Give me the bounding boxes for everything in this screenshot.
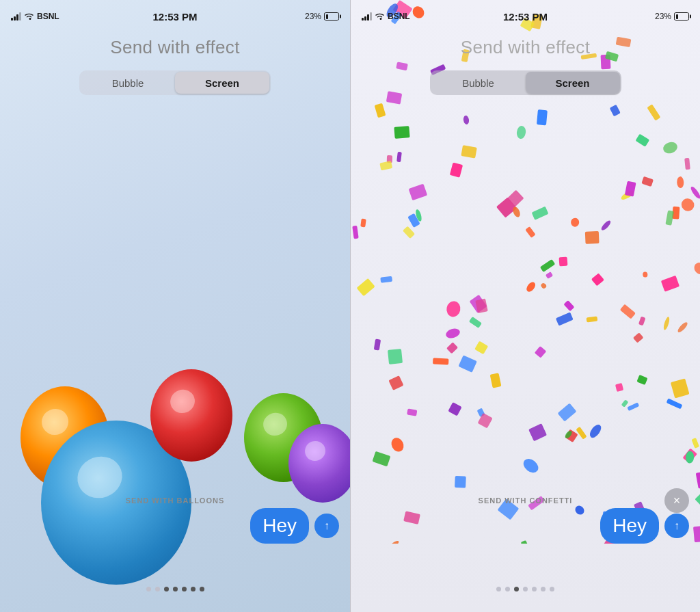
confetti-piece [463, 115, 470, 124]
dot-4 [182, 587, 187, 591]
confetti-piece [690, 185, 700, 200]
balloon-red [150, 369, 232, 462]
dot-2 [164, 587, 169, 591]
status-left-right: BSNL [362, 12, 410, 21]
confetti-piece [386, 91, 403, 105]
message-row-right: Hey ↑ [600, 508, 689, 544]
confetti-piece [461, 145, 477, 158]
send-button-left[interactable]: ↑ [314, 514, 339, 538]
bubble-tab-left[interactable]: Bubble [81, 72, 175, 94]
screen-tab-left[interactable]: Screen [175, 72, 269, 94]
confetti-piece [558, 256, 567, 266]
send-button-right[interactable]: ↑ [664, 514, 689, 538]
confetti-piece [662, 140, 679, 155]
confetti-piece [677, 321, 689, 334]
confetti-piece [662, 316, 671, 330]
battery-icon-right [674, 12, 689, 21]
page-dots-right [351, 587, 700, 591]
confetti-piece [389, 436, 406, 454]
confetti-piece [372, 451, 390, 466]
send-arrow-right: ↑ [674, 520, 679, 532]
confetti-piece [647, 105, 660, 122]
segment-control-left[interactable]: Bubble Screen [79, 70, 271, 95]
page-dots-left [0, 587, 350, 591]
confetti-piece [610, 105, 621, 116]
battery-pct-right: 23% [655, 12, 671, 21]
confetti-piece [375, 103, 386, 118]
confetti-piece [403, 226, 415, 239]
confetti-piece [639, 317, 646, 325]
confetti-piece [635, 134, 649, 147]
rdot-1 [505, 587, 510, 591]
dot-3 [173, 587, 178, 591]
confetti-piece [685, 451, 694, 464]
confetti-piece [476, 408, 485, 417]
confetti-piece [496, 197, 517, 217]
wifi-icon-right [375, 13, 385, 21]
confetti-piece [388, 375, 403, 390]
dot-1 [155, 587, 160, 591]
confetti-piece [591, 273, 604, 286]
segment-control-right[interactable]: Bubble Screen [430, 70, 621, 95]
status-right-left: 23% [305, 12, 339, 21]
send-arrow-left: ↑ [324, 520, 329, 532]
bubble-tab-right[interactable]: Bubble [431, 72, 526, 94]
status-left-left: BSNL [11, 12, 59, 21]
status-bar-right: BSNL 12:53 PM 23% [351, 0, 700, 30]
confetti-piece [396, 62, 409, 71]
confetti-piece [388, 540, 400, 544]
cancel-button-right[interactable]: × [664, 488, 689, 513]
confetti-piece [525, 281, 537, 293]
confetti-piece [545, 271, 553, 279]
confetti-piece [374, 338, 381, 350]
confetti-piece [625, 181, 636, 197]
confetti-piece [682, 448, 697, 463]
right-phone-panel: BSNL 12:53 PM 23% Send with effect Bubbl… [350, 0, 700, 612]
confetti-piece [571, 218, 580, 227]
rdot-2 [514, 587, 519, 591]
confetti-piece [540, 282, 547, 289]
confetti-piece [433, 358, 448, 364]
confetti-piece [692, 438, 699, 448]
confetti-piece [643, 271, 648, 277]
message-bubble-left: Hey [250, 508, 309, 544]
confetti-piece [507, 189, 524, 207]
confetti-piece [620, 304, 636, 319]
confetti-piece [564, 300, 575, 312]
confetti-piece [469, 317, 482, 328]
confetti-piece [637, 375, 648, 385]
confetti-piece [470, 295, 487, 312]
status-right-right: 23% [655, 12, 689, 21]
confetti-piece [361, 218, 366, 226]
dot-5 [191, 587, 196, 591]
cancel-icon: × [673, 494, 681, 508]
confetti-piece [352, 226, 359, 239]
confetti-piece [621, 399, 629, 408]
rdot-3 [523, 587, 528, 591]
carrier-left: BSNL [37, 12, 59, 21]
confetti-piece [588, 423, 603, 440]
battery-icon-left [324, 12, 339, 21]
confetti-piece [528, 423, 547, 441]
confetti-piece [633, 332, 643, 343]
signal-icon [11, 12, 21, 21]
rdot-6 [550, 587, 554, 591]
battery-pct-left: 23% [305, 12, 321, 21]
screen-tab-right[interactable]: Screen [526, 72, 620, 94]
confetti-piece [476, 299, 488, 314]
confetti-piece [692, 261, 700, 276]
confetti-piece [455, 476, 466, 488]
confetti-piece [449, 162, 462, 177]
message-bubble-right: Hey [600, 508, 659, 544]
rdot-0 [496, 587, 501, 591]
confetti-piece [388, 349, 403, 364]
confetti-piece [387, 155, 392, 163]
confetti-piece [512, 206, 522, 218]
status-bar-left: BSNL 12:53 PM 23% [0, 0, 350, 30]
confetti-piece [446, 300, 462, 318]
confetti-piece [445, 327, 461, 339]
confetti-piece [448, 403, 461, 416]
confetti-piece [532, 207, 549, 220]
confetti-piece [357, 278, 375, 297]
screen-title-right: Send with effect [351, 37, 700, 58]
